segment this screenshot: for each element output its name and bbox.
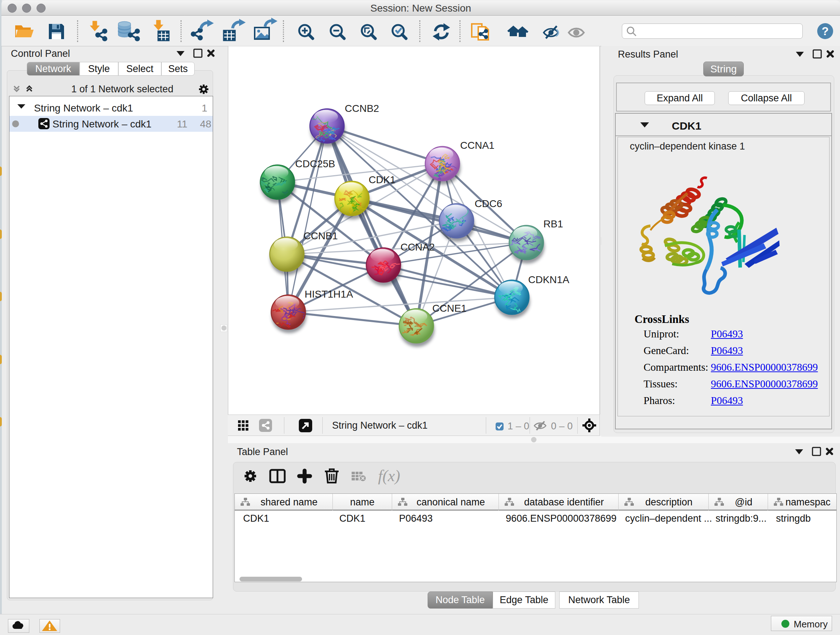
svg-text:f(x): f(x) <box>378 467 400 485</box>
svg-text:48: 48 <box>200 119 211 130</box>
svg-text:CDK1: CDK1 <box>672 120 701 132</box>
svg-text:CDC25B: CDC25B <box>295 158 335 169</box>
svg-text:CCNB2: CCNB2 <box>345 103 379 114</box>
svg-text:11: 11 <box>177 119 187 130</box>
svg-text:String Network – cdk1: String Network – cdk1 <box>52 119 152 130</box>
svg-text:1 of 1 Network selected: 1 of 1 Network selected <box>71 84 173 95</box>
svg-text:0 – 0: 0 – 0 <box>551 421 573 432</box>
svg-text:String Network – cdk1: String Network – cdk1 <box>332 420 428 431</box>
svg-text:CDC6: CDC6 <box>475 198 502 209</box>
svg-text:CCNE1: CCNE1 <box>432 302 467 314</box>
svg-text:RB1: RB1 <box>543 218 563 230</box>
svg-text:HIST1H1A: HIST1H1A <box>305 288 353 300</box>
svg-text:CCNA1: CCNA1 <box>460 140 494 151</box>
svg-text:CDKN1A: CDKN1A <box>528 274 569 285</box>
svg-text:String Network – cdk1: String Network – cdk1 <box>34 103 133 114</box>
svg-text:1: 1 <box>202 103 207 114</box>
svg-text:CCNA2: CCNA2 <box>401 241 435 253</box>
svg-text:CDK1: CDK1 <box>369 174 396 185</box>
svg-text:1 – 0: 1 – 0 <box>508 421 529 432</box>
svg-text:CCNB1: CCNB1 <box>303 230 338 241</box>
